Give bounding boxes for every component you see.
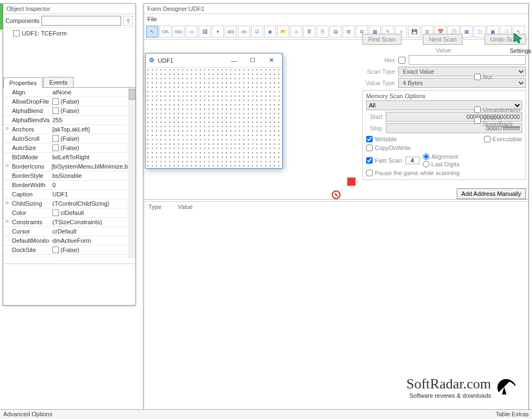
lastdigits-radio[interactable]	[423, 161, 429, 167]
property-grid[interactable]: AlignalNoneAllowDropFile(False)AlphaBlen…	[3, 88, 135, 258]
speedhack-checkbox[interactable]	[474, 117, 481, 124]
property-row[interactable]: >BorderIcons[biSystemMenu,biMinimize,biM	[3, 162, 135, 171]
img-button[interactable]: 🖼	[199, 26, 211, 38]
next-scan-button[interactable]: Next Scan	[423, 34, 463, 45]
lines3-button[interactable]: ☰	[316, 26, 328, 38]
prop-value[interactable]: bsSizeable	[51, 171, 135, 180]
expand-icon[interactable]	[3, 208, 11, 217]
property-row[interactable]: CursorcrDefault	[3, 227, 135, 236]
panel-button[interactable]: ▭	[186, 26, 198, 38]
prop-value[interactable]: [akTop,akLeft]	[51, 125, 135, 134]
bool-checkbox-icon[interactable]	[52, 145, 59, 151]
col-type[interactable]: Type	[148, 203, 162, 210]
expand-icon[interactable]	[3, 97, 11, 106]
splitter-dots-2[interactable]: ·······	[3, 258, 135, 264]
tab-events[interactable]: Events	[43, 77, 74, 87]
prop-value[interactable]: dmActiveForm	[51, 236, 135, 245]
property-row[interactable]: AutoScroll(False)	[3, 134, 135, 143]
prop-value[interactable]: (False)	[51, 106, 135, 115]
expand-icon[interactable]	[3, 227, 11, 236]
hex-checkbox[interactable]	[398, 57, 405, 64]
property-row[interactable]: ColorclDefault	[3, 208, 135, 218]
tab-properties[interactable]: Properties	[3, 77, 43, 88]
radio-button[interactable]: ◉	[264, 26, 276, 38]
open-button[interactable]: 📂	[277, 26, 289, 38]
property-row[interactable]: CaptionUDF1	[3, 190, 135, 199]
prop-value[interactable]: bdLeftToRight	[51, 153, 135, 161]
property-row[interactable]: AlphaBlendVa255	[3, 116, 135, 125]
menu-file[interactable]: File	[144, 14, 528, 24]
expand-icon[interactable]	[3, 190, 11, 199]
property-row[interactable]: BorderWidth0	[3, 181, 135, 190]
abl-button[interactable]: ab|	[225, 26, 237, 38]
col-value[interactable]: Value	[178, 203, 193, 210]
cursor-icon[interactable]	[512, 32, 525, 45]
prop-value[interactable]: (TControlChildSizing)	[51, 199, 135, 208]
bool-checkbox-icon[interactable]	[52, 98, 59, 105]
pause-checkbox[interactable]	[366, 170, 373, 176]
chk-icon-button[interactable]: ☑	[251, 26, 263, 38]
expand-icon[interactable]	[3, 134, 11, 143]
prop-value[interactable]: [biSystemMenu,biMinimize,biM	[50, 162, 135, 171]
fastscan-checkbox[interactable]	[366, 157, 373, 164]
pointer-button[interactable]: ↖	[146, 26, 158, 38]
brush-tool-icon[interactable]	[347, 177, 356, 186]
on-button[interactable]: on	[238, 26, 250, 38]
minimize-icon[interactable]: —	[226, 55, 242, 66]
property-row[interactable]: >Constraints(TSizeConstraints)	[3, 218, 135, 227]
lines1-button[interactable]: ≡	[290, 26, 302, 38]
expand-icon[interactable]: >	[3, 199, 11, 208]
bool-checkbox-icon[interactable]	[52, 135, 59, 142]
expand-icon[interactable]	[3, 181, 11, 189]
expand-icon[interactable]	[3, 106, 11, 115]
prop-value[interactable]: alNone	[51, 88, 135, 97]
expand-icon[interactable]	[3, 143, 11, 152]
alignment-radio[interactable]	[423, 153, 429, 160]
bool-checkbox-icon[interactable]	[52, 247, 59, 253]
component-tree[interactable]: UDF1: TCEForm	[3, 28, 135, 70]
abc-label-button[interactable]: Abc	[172, 26, 184, 38]
expand-icon[interactable]	[3, 116, 11, 124]
prop-value[interactable]: 0	[51, 181, 135, 189]
expand-icon[interactable]: >	[3, 162, 11, 171]
status-right[interactable]: Table Extras	[495, 411, 529, 418]
not-checkbox[interactable]	[474, 74, 481, 80]
prop-value[interactable]: (TSizeConstraints)	[51, 218, 135, 226]
prop-value[interactable]: (False)	[51, 134, 135, 143]
first-scan-button[interactable]: First Scan	[362, 34, 402, 45]
components-filter-icon[interactable]: ⚲	[123, 16, 133, 26]
maximize-icon[interactable]: ☐	[245, 55, 260, 66]
property-row[interactable]: >ChildSizing(TControlChildSizing)	[3, 199, 135, 208]
expand-icon[interactable]	[3, 171, 11, 180]
property-row[interactable]: AutoSize(False)	[3, 143, 135, 153]
udf1-window[interactable]: ⚙ UDF1 — ☐ ✕	[145, 53, 283, 169]
settings-label[interactable]: Settings	[510, 47, 527, 54]
splitter-dots[interactable]: ·······	[3, 70, 135, 76]
property-row[interactable]: AlignalNone	[3, 88, 135, 97]
list-button[interactable]: ▤	[330, 26, 342, 38]
property-row[interactable]: AllowDropFile(False)	[3, 97, 135, 106]
property-row[interactable]: AlphaBlend(False)	[3, 106, 135, 116]
prop-value[interactable]: crDefault	[51, 227, 135, 236]
prop-value[interactable]: (False)	[51, 143, 135, 152]
writable-checkbox[interactable]	[366, 136, 373, 142]
tree-item-udf1[interactable]: UDF1: TCEForm	[7, 30, 132, 37]
expand-icon[interactable]	[3, 88, 11, 97]
prop-value[interactable]: 255	[51, 116, 135, 124]
value-input[interactable]	[409, 55, 526, 65]
prop-value[interactable]: clDefault	[51, 208, 135, 217]
bool-checkbox-icon[interactable]	[52, 107, 59, 114]
lines2-button[interactable]: ≣	[303, 26, 315, 38]
expand-icon[interactable]: >	[3, 125, 11, 134]
executable-checkbox[interactable]	[484, 136, 491, 142]
property-row[interactable]: >Anchors[akTop,akLeft]	[3, 125, 135, 134]
prop-value[interactable]: (False)	[51, 246, 135, 254]
add-address-button[interactable]: Add Address Manually	[457, 188, 526, 199]
property-row[interactable]: DefaultMonitodmActiveForm	[3, 236, 135, 246]
prop-value[interactable]: (False)	[51, 97, 135, 106]
prop-value[interactable]: UDF1	[51, 190, 135, 199]
expand-icon[interactable]: >	[3, 218, 11, 226]
tree-button[interactable]: ⊞	[343, 26, 355, 38]
property-row[interactable]: BorderStylebsSizeable	[3, 171, 135, 181]
bool-checkbox-icon[interactable]	[52, 210, 59, 216]
